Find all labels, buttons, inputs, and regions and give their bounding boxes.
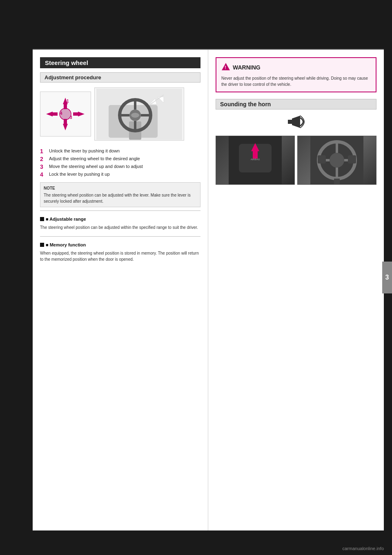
note-box: NOTE The steering wheel position can be … [40, 182, 200, 207]
svg-rect-6 [52, 112, 58, 116]
step-1-num: 1 [40, 148, 47, 154]
step-4: 4 Lock the lever by pushing it up [40, 171, 200, 178]
content-area: Steering wheel Adjustment procedure [33, 49, 384, 530]
step-1-text: Unlock the lever by pushing it down [49, 148, 120, 154]
black-square-icon [40, 217, 44, 221]
note-label: NOTE [44, 185, 197, 191]
svg-point-18 [131, 113, 139, 118]
horn-left-svg: SEE AIRBAG [229, 136, 282, 185]
svg-marker-7 [78, 112, 85, 116]
svg-rect-2 [64, 103, 67, 109]
steering-diagram-svg: 1 4 3 2 [42, 94, 89, 134]
adjustment-procedure-title: Adjustment procedure [40, 72, 200, 83]
step-1: 1 Unlock the lever by pushing it down [40, 148, 200, 154]
step-2: 2 Adjust the steering wheel to the desir… [40, 156, 200, 162]
steering-wheel-title: Steering wheel [40, 57, 200, 68]
horn-images-area: SEE AIRBAG [216, 136, 376, 185]
svg-point-36 [330, 153, 344, 168]
steering-image-area: 1 4 3 2 [40, 87, 200, 141]
steering-arrow-diagram: 1 4 3 2 [40, 92, 91, 137]
section-1-label: ■ Adjustable range [40, 217, 200, 222]
horn-image-left: SEE AIRBAG [216, 136, 295, 185]
warning-title: WARNING [233, 64, 261, 71]
watermark: carmanualonline.info [342, 546, 384, 551]
steering-wheel-svg [96, 89, 182, 140]
step-3: 3 Move the steering wheel up and down to… [40, 163, 200, 170]
svg-rect-33 [253, 150, 258, 159]
svg-text:2: 2 [65, 123, 67, 127]
step-4-num: 4 [40, 171, 47, 178]
svg-text:4: 4 [60, 111, 62, 116]
left-column: Steering wheel Adjustment procedure [33, 50, 208, 530]
svg-text:3: 3 [70, 115, 72, 120]
warning-triangle-container: ! [221, 62, 230, 73]
svg-text:!: ! [225, 65, 226, 70]
section-1-text: The steering wheel position can be adjus… [40, 224, 200, 231]
section-2-text: When equipped, the steering wheel positi… [40, 250, 200, 262]
section-2-title: ■ Memory function [46, 242, 86, 247]
warning-header: ! WARNING [221, 62, 371, 73]
page-container: Steering wheel Adjustment procedure [0, 0, 392, 555]
step-2-num: 2 [40, 156, 47, 162]
sounding-horn-title: Sounding the horn [216, 99, 376, 110]
horn-symbol-icon [286, 114, 306, 130]
sidebar-chapter-number: 3 [382, 262, 392, 293]
right-column: ! WARNING Never adjust the position of t… [208, 50, 384, 530]
step-2-text: Adjust the steering wheel to the desired… [49, 156, 140, 162]
steps-list: 1 Unlock the lever by pushing it down 2 … [40, 148, 200, 179]
section-2-label: ■ Memory function [40, 242, 200, 247]
section-1-title: ■ Adjustable range [46, 217, 86, 222]
step-4-text: Lock the lever by pushing it up [49, 171, 110, 177]
svg-rect-42 [318, 155, 326, 163]
note-text: The steering wheel position can be adjus… [44, 193, 191, 204]
two-column-layout: Steering wheel Adjustment procedure [33, 50, 384, 530]
svg-rect-43 [348, 155, 356, 163]
svg-rect-8 [73, 112, 79, 116]
steering-wheel-illustration [94, 87, 184, 141]
horn-right-svg [310, 136, 363, 185]
step-3-num: 3 [40, 163, 47, 170]
svg-rect-37 [334, 179, 340, 185]
horn-image-right [297, 136, 376, 185]
divider-2 [40, 236, 200, 237]
horn-icon-area [216, 114, 376, 132]
divider-1 [40, 210, 200, 211]
warning-text: Never adjust the position of the steerin… [221, 75, 371, 87]
black-square-icon-2 [40, 243, 44, 247]
svg-marker-5 [46, 112, 53, 116]
warning-box: ! WARNING Never adjust the position of t… [216, 57, 376, 92]
step-3-text: Move the steering wheel up and down to a… [49, 163, 143, 170]
warning-triangle-icon: ! [221, 62, 230, 71]
svg-text:1: 1 [67, 99, 69, 103]
